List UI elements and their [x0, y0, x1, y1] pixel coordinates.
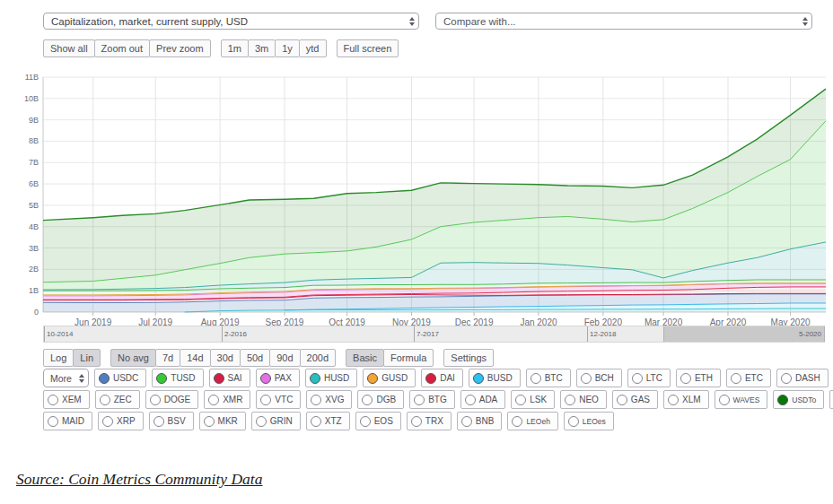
range-button-group: 1m3m1yytd	[221, 39, 327, 57]
coin-toggle-ETC[interactable]: ETC	[726, 369, 771, 387]
unchecked-radio-icon	[617, 395, 627, 405]
unchecked-radio-icon	[568, 416, 579, 427]
coin-toggle-PAX[interactable]: PAX	[256, 369, 300, 387]
zoom-out-button[interactable]: Zoom out	[94, 39, 150, 57]
coin-toggle-EOS[interactable]: EOS	[355, 412, 401, 430]
1y-button[interactable]: 1y	[275, 39, 300, 57]
coin-row-2: XEMZECDOGEXMRVTCXVGDGBBTGADALSKNEOGASXLM…	[43, 390, 833, 409]
3m-button[interactable]: 3m	[248, 39, 276, 57]
coin-toggle-BSV[interactable]: BSV	[149, 412, 194, 430]
y-axis-tick-label: 3B	[29, 244, 39, 253]
coin-toggle-BCH[interactable]: BCH	[576, 369, 622, 387]
formula-button[interactable]: Formula	[383, 349, 434, 367]
log-button[interactable]: Log	[43, 349, 74, 367]
coin-toggle-HUSD[interactable]: HUSD	[305, 369, 357, 387]
coin-toggle-ZEC[interactable]: ZEC	[95, 390, 140, 409]
unchecked-radio-icon	[731, 373, 741, 384]
coin-label: PAX	[275, 373, 292, 383]
checked-radio-icon	[310, 373, 320, 384]
unchecked-radio-icon	[530, 373, 541, 384]
unchecked-radio-icon	[465, 395, 476, 405]
coin-toggle-SAI[interactable]: SAI	[209, 369, 250, 387]
14d-button[interactable]: 14d	[180, 349, 210, 367]
prev-zoom-button[interactable]: Prev zoom	[149, 39, 211, 57]
coin-toggle-WAVES[interactable]: WAVES	[715, 390, 768, 409]
coin-toggle-TRX[interactable]: TRX	[407, 412, 452, 430]
coin-toggle-XTZ[interactable]: XTZ	[306, 412, 350, 430]
coin-toggle-XRP[interactable]: XRP	[98, 412, 144, 430]
source-link[interactable]: Source: Coin Metrics Community Data	[16, 470, 262, 488]
coin-toggle-USDTe[interactable]: USDTe	[829, 390, 833, 409]
coin-label: ADA	[479, 395, 498, 404]
unchecked-radio-icon	[411, 416, 422, 427]
metric-select[interactable]: Capitalization, market, current supply, …	[43, 13, 419, 30]
unchecked-radio-icon	[668, 395, 679, 405]
select-spinner-icon	[409, 17, 415, 26]
coin-toggle-LTC[interactable]: LTC	[627, 369, 671, 387]
lin-button[interactable]: Lin	[73, 349, 101, 367]
basic-button[interactable]: Basic	[346, 349, 384, 367]
y-axis-tick-label: 7B	[29, 158, 39, 167]
more-coins-select[interactable]: More	[43, 369, 89, 387]
unchecked-radio-icon	[100, 395, 110, 405]
unchecked-radio-icon	[311, 395, 321, 405]
200d-button[interactable]: 200d	[300, 349, 336, 367]
coin-toggle-MAID[interactable]: MAID	[43, 412, 92, 430]
coin-toggle-XLM[interactable]: XLM	[663, 390, 709, 409]
coin-toggle-DOGE[interactable]: DOGE	[145, 390, 198, 409]
coin-toggle-LEOes[interactable]: LEOes	[564, 412, 614, 430]
coin-label: LEOeh	[526, 417, 549, 426]
settings-button[interactable]: Settings	[443, 349, 494, 367]
coin-toggle-ADA[interactable]: ADA	[460, 390, 506, 409]
unchecked-radio-icon	[414, 395, 425, 405]
1m-button[interactable]: 1m	[221, 39, 249, 57]
coin-label: DOGE	[164, 395, 190, 404]
checked-radio-icon	[99, 373, 110, 384]
coin-toggle-LEOeh[interactable]: LEOeh	[507, 412, 557, 430]
coin-toggle-ETH[interactable]: ETH	[676, 369, 721, 387]
stacked-area-chart[interactable]: 01B2B3B4B5B6B7B8B9B10B11BJun 2019Jul 201…	[0, 72, 833, 330]
coin-label: USDTo	[792, 395, 816, 404]
coin-label: BSV	[168, 416, 186, 426]
coin-toggle-BTG[interactable]: BTG	[409, 390, 455, 409]
no-avg-button[interactable]: No avg	[110, 349, 156, 367]
y-axis-tick-label: 8B	[29, 136, 39, 145]
coin-toggle-VTC[interactable]: VTC	[256, 390, 301, 409]
show-all-button[interactable]: Show all	[43, 39, 95, 57]
coin-label: XLM	[682, 395, 701, 404]
coin-toggle-BTC[interactable]: BTC	[526, 369, 571, 387]
50d-button[interactable]: 50d	[240, 349, 270, 367]
coin-toggle-XVG[interactable]: XVG	[306, 390, 352, 409]
coin-toggle-TUSD[interactable]: TUSD	[152, 369, 203, 387]
checked-radio-icon	[156, 373, 167, 384]
source-attribution: Source: Coin Metrics Community Data	[16, 470, 262, 489]
coin-toggle-BUSD[interactable]: BUSD	[469, 369, 521, 387]
coin-toggle-MKR[interactable]: MKR	[199, 412, 246, 430]
full-screen-button[interactable]: Full screen	[337, 39, 399, 57]
90d-button[interactable]: 90d	[269, 349, 300, 367]
ytd-button[interactable]: ytd	[299, 39, 327, 57]
coin-toggle-USDC[interactable]: USDC	[94, 369, 146, 387]
coin-toggle-NEO[interactable]: NEO	[560, 390, 607, 409]
coin-toggle-DGB[interactable]: DGB	[357, 390, 404, 409]
select-spinner-icon	[802, 17, 808, 26]
coin-toggle-LSK[interactable]: LSK	[511, 390, 555, 409]
coin-toggle-BNB[interactable]: BNB	[457, 412, 503, 430]
7d-button[interactable]: 7d	[155, 349, 180, 367]
coin-toggle-DAI[interactable]: DAI	[421, 369, 463, 387]
unchecked-radio-icon	[581, 373, 592, 384]
30d-button[interactable]: 30d	[210, 349, 241, 367]
checked-radio-icon	[473, 373, 484, 384]
unchecked-radio-icon	[204, 416, 215, 427]
coin-toggle-DASH[interactable]: DASH	[776, 369, 829, 387]
time-navigator[interactable]: 10-20142-20167-201712-20185-2020	[43, 326, 825, 343]
compare-select[interactable]: Compare with...	[435, 13, 812, 30]
coin-toggle-USDTo[interactable]: USDTo	[773, 390, 824, 409]
coin-toggle-GRIN[interactable]: GRIN	[251, 412, 301, 430]
unchecked-radio-icon	[680, 373, 691, 384]
coin-toggle-XEM[interactable]: XEM	[43, 390, 90, 409]
chart-toolbar: Show allZoom outPrev zoom 1m3m1yytd Full…	[43, 39, 399, 57]
coin-toggle-XMR[interactable]: XMR	[204, 390, 250, 409]
coin-toggle-GUSD[interactable]: GUSD	[363, 369, 416, 387]
coin-toggle-GAS[interactable]: GAS	[612, 390, 658, 409]
